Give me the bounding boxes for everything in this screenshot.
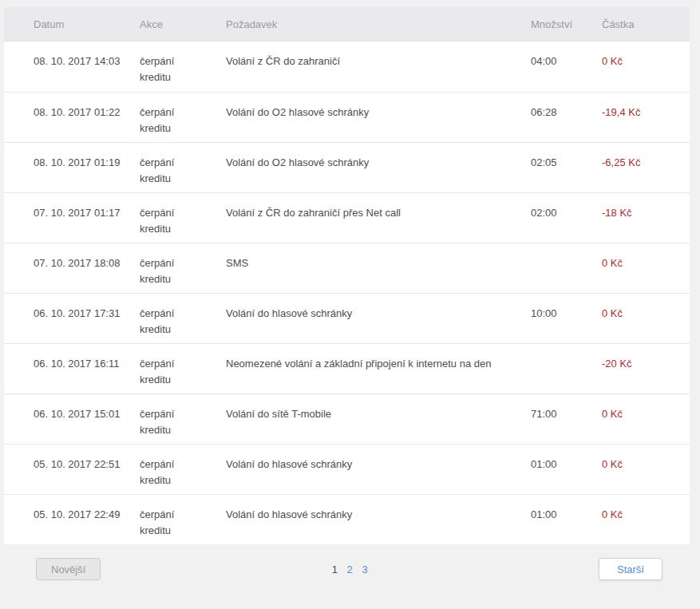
column-header-akce: Akce (140, 18, 226, 30)
cell-pozadavek: Volání z ČR do zahraničí přes Net call (226, 205, 531, 243)
cell-pozadavek: Volání do hlasové schránky (226, 457, 531, 494)
table-row: 05. 10. 2017 22:49 čerpání kreditu Volán… (4, 494, 690, 544)
cell-pozadavek: SMS (226, 255, 531, 293)
cell-datum: 06. 10. 2017 17:31 (34, 306, 140, 343)
column-header-castka: Částka (602, 18, 682, 30)
table-row: 08. 10. 2017 01:19 čerpání kreditu Volán… (4, 142, 690, 192)
cell-mnozstvi: 01:00 (531, 457, 602, 494)
cell-mnozstvi: 01:00 (531, 507, 602, 544)
cell-castka: 0 Kč (602, 306, 682, 343)
cell-castka: -20 Kč (602, 356, 682, 393)
cell-castka: -19,4 Kč (602, 105, 682, 142)
cell-mnozstvi: 04:00 (531, 53, 602, 92)
cell-castka: 0 Kč (602, 457, 682, 494)
cell-mnozstvi (531, 255, 602, 293)
column-header-pozadavek: Požadavek (226, 18, 531, 30)
table-row: 08. 10. 2017 01:22 čerpání kreditu Volán… (4, 92, 690, 142)
cell-pozadavek: Volání z ČR do zahraničí (226, 53, 531, 92)
cell-datum: 06. 10. 2017 15:01 (34, 406, 140, 444)
table-row: 06. 10. 2017 17:31 čerpání kreditu Volán… (4, 293, 690, 343)
cell-castka: -18 Kč (602, 205, 682, 243)
cell-pozadavek: Neomezené volání a základní připojení k … (226, 356, 531, 393)
page-number-link-3[interactable]: 3 (362, 564, 367, 575)
cell-mnozstvi: 06:28 (531, 105, 602, 142)
column-header-mnozstvi: Množství (531, 18, 602, 30)
column-header-datum: Datum (34, 18, 140, 30)
cell-akce: čerpání kreditu (140, 406, 226, 444)
cell-akce: čerpání kreditu (140, 356, 226, 393)
table-row: 06. 10. 2017 16:11 čerpání kreditu Neome… (4, 343, 690, 393)
cell-pozadavek: Volání do O2 hlasové schránky (226, 105, 531, 142)
cell-akce: čerpání kreditu (140, 457, 226, 494)
cell-mnozstvi: 02:05 (531, 155, 602, 192)
cell-pozadavek: Volání do hlasové schránky (226, 507, 531, 544)
table-row: 06. 10. 2017 15:01 čerpání kreditu Volán… (4, 393, 690, 444)
page-number-current: 1 (332, 564, 338, 575)
cell-datum: 07. 10. 2017 01:17 (34, 205, 140, 243)
cell-akce: čerpání kreditu (140, 255, 226, 293)
cell-datum: 08. 10. 2017 01:19 (34, 155, 140, 192)
cell-mnozstvi: 02:00 (531, 205, 602, 243)
table-row: 05. 10. 2017 22:51 čerpání kreditu Volán… (4, 444, 690, 494)
cell-castka: -6,25 Kč (602, 155, 682, 192)
older-button[interactable]: Starší (599, 558, 662, 580)
page-number-link-2[interactable]: 2 (347, 564, 353, 575)
cell-datum: 06. 10. 2017 16:11 (34, 356, 140, 393)
cell-pozadavek: Volání do sítě T-mobile (226, 406, 531, 444)
table-body: 08. 10. 2017 14:03 čerpání kreditu Volán… (4, 42, 690, 544)
table-row: 07. 10. 2017 01:17 čerpání kreditu Volán… (4, 192, 690, 243)
cell-akce: čerpání kreditu (140, 306, 226, 343)
credit-usage-table: Datum Akce Požadavek Množství Částka 08.… (4, 7, 690, 544)
cell-castka: 0 Kč (602, 53, 682, 92)
pagination-bar: Novější 1 2 3 Starší (4, 558, 690, 580)
table-row: 08. 10. 2017 14:03 čerpání kreditu Volán… (4, 42, 690, 92)
cell-akce: čerpání kreditu (140, 105, 226, 142)
cell-mnozstvi (531, 356, 602, 393)
cell-castka: 0 Kč (602, 406, 682, 444)
cell-castka: 0 Kč (602, 255, 682, 293)
cell-akce: čerpání kreditu (140, 53, 226, 92)
cell-mnozstvi: 71:00 (531, 406, 602, 444)
newer-button[interactable]: Novější (36, 558, 101, 580)
cell-datum: 08. 10. 2017 01:22 (34, 105, 140, 142)
cell-datum: 05. 10. 2017 22:51 (34, 457, 140, 494)
cell-pozadavek: Volání do O2 hlasové schránky (226, 155, 531, 192)
cell-akce: čerpání kreditu (140, 205, 226, 243)
cell-mnozstvi: 10:00 (531, 306, 602, 343)
page-number-list: 1 2 3 (101, 564, 599, 575)
cell-akce: čerpání kreditu (140, 507, 226, 544)
table-row: 07. 10. 2017 18:08 čerpání kreditu SMS 0… (4, 243, 690, 293)
cell-castka: 0 Kč (602, 507, 682, 544)
table-header-row: Datum Akce Požadavek Množství Částka (4, 7, 690, 42)
cell-datum: 07. 10. 2017 18:08 (34, 255, 140, 293)
cell-datum: 05. 10. 2017 22:49 (34, 507, 140, 544)
cell-datum: 08. 10. 2017 14:03 (34, 53, 140, 92)
cell-akce: čerpání kreditu (140, 155, 226, 192)
cell-pozadavek: Volání do hlasové schránky (226, 306, 531, 343)
